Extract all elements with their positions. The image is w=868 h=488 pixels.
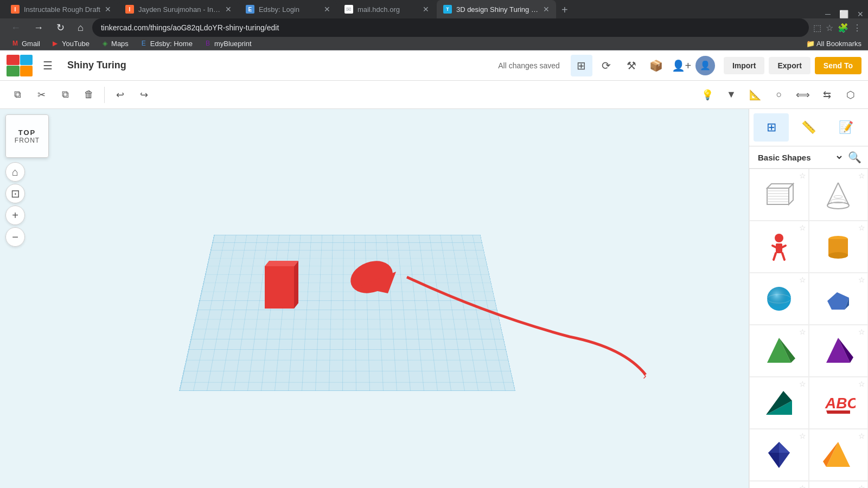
shape-item-gem-blue[interactable]: ☆ [749,429,809,481]
send-to-button[interactable]: Send To [815,57,861,74]
zoom-out-button[interactable]: − [5,227,25,247]
address-input[interactable] [92,18,809,37]
toolbar-separator [104,87,105,103]
myblueprint-icon: B [203,39,212,48]
tab-close-tinkercad[interactable]: ✕ [543,5,550,14]
tab-instructable[interactable]: I Instructable Rough Draft ✕ [4,0,118,18]
export-button[interactable]: Export [769,57,810,74]
delete-button[interactable]: 🗑 [78,84,100,106]
menu-button[interactable]: ☰ [37,55,59,76]
group-button[interactable]: ⬡ [840,84,861,106]
home-view-button[interactable]: ⌂ [5,162,25,182]
shape-item-pyramid-green[interactable]: ☆ [749,325,809,377]
align-button[interactable]: ⟺ [792,84,814,106]
search-shapes-button[interactable]: 🔍 [848,151,861,164]
favorite-icon-8[interactable]: ☆ [858,328,865,336]
mirror-button[interactable]: ⇆ [816,84,838,106]
light-button[interactable]: 💡 [697,84,718,106]
shapes-panel-button[interactable]: ⊞ [754,113,789,142]
svg-marker-34 [826,410,850,414]
home-button[interactable]: ⌂ [73,20,88,36]
export-box-button[interactable]: 📦 [646,55,667,76]
ruler-button[interactable]: 📐 [744,84,766,106]
tab-close-instructable[interactable]: ✕ [105,5,111,14]
bookmark-youtube[interactable]: ▶ YouTube [47,37,94,50]
undo-button[interactable]: ↩ [109,84,131,106]
grid-view-button[interactable]: ⊞ [571,55,592,76]
zoom-in-button[interactable]: + [5,206,25,225]
tab-favicon-tinkercad: T [443,5,452,14]
svg-marker-37 [768,453,779,468]
favorite-icon-5[interactable]: ☆ [799,275,806,284]
favorite-icon-1[interactable]: ☆ [799,171,806,180]
favorite-icon-9[interactable]: ☆ [799,380,806,388]
shape-category-select[interactable]: Basic Shapes [756,152,844,163]
view-cube[interactable]: TOP FRONT [5,114,49,158]
shape-item-striped-cone[interactable]: ☆ [809,169,869,221]
favorite-icon-11[interactable]: ☆ [799,432,806,440]
bookmark-gmail[interactable]: M Gmail [7,37,44,50]
shape-item-sphere[interactable]: ☆ [749,273,809,325]
favorite-icon-13[interactable]: ☆ [799,484,806,488]
favorite-icon-10[interactable]: ☆ [858,380,865,388]
add-user-button[interactable]: 👤+ [671,55,692,76]
import-button[interactable]: Import [724,57,765,74]
favorite-icon-4[interactable]: ☆ [858,223,865,232]
tab-close-edsby[interactable]: ✕ [324,5,330,14]
shape-item-character[interactable]: ☆ [749,221,809,273]
bookmark-star-icon[interactable]: ☆ [826,23,833,33]
back-button[interactable]: ← [7,20,25,36]
tab-tinkercad[interactable]: T 3D design Shiny Turing - Tinker... ✕ [437,0,556,18]
menu-icon[interactable]: ⋮ [853,23,861,33]
shape-item-wedge-blue[interactable]: ☆ [809,273,869,325]
shape-sphere-svg [762,281,796,316]
rotate-button[interactable]: ⟳ [596,55,617,76]
favorite-icon-14[interactable]: ☆ [858,484,865,488]
shape-item-sphere-pink[interactable]: ☆ [749,481,809,488]
shape-item-gem-dark[interactable]: ☆ [809,481,869,488]
tab-mail[interactable]: ✉ mail.hdch.org ✕ [338,0,436,18]
extensions-icon[interactable]: 🧩 [838,23,848,33]
bookmark-myblueprint[interactable]: B myBlueprint [199,37,256,50]
bookmark-edsby-home[interactable]: E Edsby: Home [135,37,197,50]
refresh-button[interactable]: ↻ [52,20,69,36]
favorite-icon-6[interactable]: ☆ [858,275,865,284]
user-avatar[interactable]: 👤 [695,56,715,75]
build-button[interactable]: ⚒ [621,55,642,76]
tab-edsby[interactable]: E Edsby: Login ✕ [239,0,337,18]
close-button[interactable]: ✕ [857,10,864,18]
favorite-icon-3[interactable]: ☆ [799,223,806,232]
duplicate-button[interactable]: ⧉ [54,84,76,106]
favorite-icon-12[interactable]: ☆ [858,432,865,440]
shape-item-cylinder[interactable]: ☆ [809,221,869,273]
favorite-icon-2[interactable]: ☆ [858,171,865,180]
circle-tool[interactable]: ○ [768,84,790,106]
shape-item-text-red[interactable]: ☆ ABC [809,377,869,429]
favorite-icon-7[interactable]: ☆ [799,328,806,336]
redo-button[interactable]: ↪ [133,84,155,106]
cut-button[interactable]: ✂ [30,84,52,106]
shape-gem-blue-svg [762,438,796,472]
bookmark-maps[interactable]: ◈ Maps [96,37,133,50]
shape-item-striped-box[interactable]: ☆ [749,169,809,221]
all-bookmarks-button[interactable]: 📁 All Bookmarks [806,40,861,48]
tab-title-edsby: Edsby: Login [259,5,320,14]
maximize-button[interactable]: ⬜ [839,10,848,18]
light-dropdown[interactable]: ▼ [720,84,742,106]
tab-jayden[interactable]: I Jayden Surujmohan - Instructa... ✕ [119,0,238,18]
notes-panel-button[interactable]: 📝 [828,113,864,142]
canvas-area[interactable]: Workplane [0,109,749,488]
ruler-panel-button[interactable]: 📏 [791,113,826,142]
shape-item-pyramid-purple[interactable]: ☆ [809,325,869,377]
minimize-button[interactable]: ─ [825,10,831,18]
copy-button[interactable]: ⧉ [7,84,28,106]
shape-item-wedge-teal[interactable]: ☆ [749,377,809,429]
tab-close-jayden[interactable]: ✕ [225,5,232,14]
fit-view-button[interactable]: ⊡ [5,184,25,203]
tab-close-mail[interactable]: ✕ [423,5,429,14]
toolbar: ⧉ ✂ ⧉ 🗑 ↩ ↪ 💡 ▼ 📐 ○ ⟺ ⇆ ⬡ [0,81,868,109]
shape-item-pyramid-yellow[interactable]: ☆ [809,429,869,481]
forward-button[interactable]: → [29,20,48,36]
new-tab-button[interactable]: + [557,2,572,18]
gmail-icon: M [11,39,20,48]
